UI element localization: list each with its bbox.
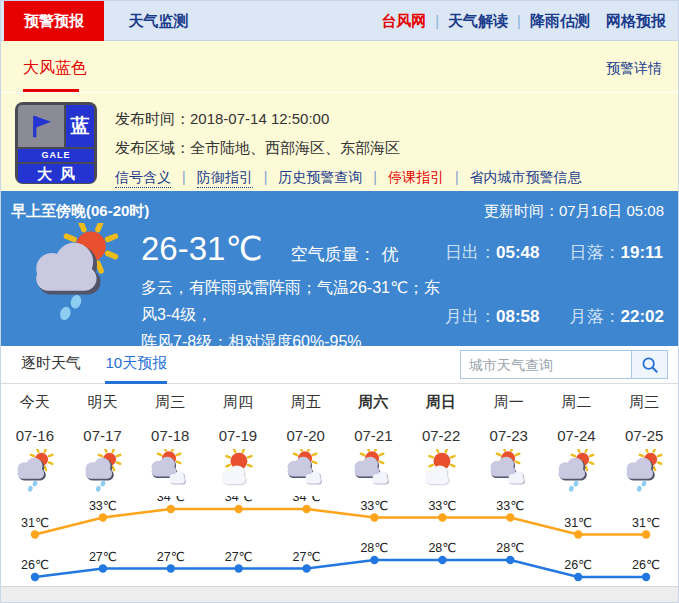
- search-button[interactable]: [632, 350, 668, 379]
- svg-text:28℃: 28℃: [360, 541, 388, 555]
- day-date[interactable]: 07-22: [407, 427, 475, 444]
- warning-tab-underline: [23, 89, 79, 92]
- tab-hourly-weather[interactable]: 逐时天气: [21, 346, 81, 384]
- day-name[interactable]: 周二: [543, 393, 611, 412]
- top-nav-links: 台风网|天气解读|降雨估测网格预报: [381, 1, 666, 41]
- day-name[interactable]: 周六: [340, 393, 408, 412]
- svg-text:28℃: 28℃: [428, 541, 456, 555]
- svg-text:34℃: 34℃: [157, 496, 185, 504]
- sun-moon-times: 日出：05:48日落：19:11月出：08:58月落：22:02: [445, 221, 664, 356]
- day-date[interactable]: 07-16: [1, 427, 69, 444]
- day-date[interactable]: 07-19: [204, 427, 272, 444]
- svg-text:31℃: 31℃: [632, 516, 660, 530]
- svg-text:27℃: 27℃: [293, 550, 321, 564]
- cloudy-icon: [340, 449, 408, 497]
- gale-warning-badge: 蓝 GALE 大风: [15, 102, 97, 184]
- day-date[interactable]: 07-25: [610, 427, 678, 444]
- temperature-range: 26-31℃: [141, 229, 262, 268]
- search-icon: [641, 356, 659, 374]
- day-date[interactable]: 07-18: [136, 427, 204, 444]
- sun-moon-item: 日出：05:48: [445, 241, 539, 291]
- day-name[interactable]: 周日: [407, 393, 475, 412]
- current-summary: 26-31℃ 空气质量：优 多云，有阵雨或雷阵雨；气温26-31℃；东风3-4级…: [141, 221, 445, 356]
- warning-body: 蓝 GALE 大风 发布时间：2018-07-14 12:50:00 发布区域：…: [1, 93, 678, 187]
- warning-link[interactable]: 信号含义: [115, 169, 171, 188]
- day-date[interactable]: 07-21: [340, 427, 408, 444]
- top-nav-link[interactable]: 台风网: [381, 12, 426, 29]
- svg-text:33℃: 33℃: [360, 499, 388, 513]
- badge-color-label: 蓝: [66, 105, 94, 147]
- city-search: [460, 350, 668, 379]
- gale-flag-icon: [18, 105, 64, 147]
- day-name[interactable]: 明天: [69, 393, 137, 412]
- publish-area-label: 发布区域：: [115, 139, 190, 156]
- cloudy-icon: [136, 449, 204, 497]
- day-name[interactable]: 周三: [136, 393, 204, 412]
- link-separator: |: [182, 169, 186, 185]
- link-separator: |: [264, 169, 268, 185]
- shower-icon: [69, 449, 137, 497]
- svg-text:28℃: 28℃: [496, 541, 524, 555]
- sun-moon-item: 日落：19:11: [570, 241, 664, 291]
- warning-tab-bar: 大风蓝色 预警详情: [1, 41, 678, 93]
- publish-time-value: 2018-07-14 12:50:00: [190, 110, 329, 127]
- tab-10day-forecast[interactable]: 10天预报: [105, 346, 167, 384]
- warning-link[interactable]: 停课指引: [388, 169, 444, 185]
- top-nav-link[interactable]: 天气解读: [448, 12, 508, 29]
- svg-text:26℃: 26℃: [632, 558, 660, 572]
- svg-text:34℃: 34℃: [225, 496, 253, 504]
- publish-area-row: 发布区域：全市陆地、西部海区、东部海区: [115, 133, 582, 162]
- svg-text:27℃: 27℃: [89, 550, 117, 564]
- svg-text:33℃: 33℃: [89, 499, 117, 513]
- top-nav-link[interactable]: 降雨估测: [530, 12, 590, 29]
- forecast-section: 逐时天气 10天预报 今天明天周三周四周五周六周日周一周二周三 07-1607-…: [1, 346, 678, 586]
- warning-type-tab[interactable]: 大风蓝色: [23, 58, 87, 79]
- warning-link[interactable]: 省内城市预警信息: [470, 169, 582, 185]
- day-date[interactable]: 07-17: [69, 427, 137, 444]
- update-time: 更新时间：07月16日 05:08: [484, 202, 664, 221]
- cloudy-icon: [272, 449, 340, 497]
- forecast-tab-bar: 逐时天气 10天预报: [1, 346, 678, 384]
- air-quality: 空气质量：优: [290, 243, 398, 266]
- publish-time-row: 发布时间：2018-07-14 12:50:00: [115, 104, 582, 133]
- forecast-icons-row: [1, 449, 678, 496]
- badge-gale-label: GALE: [18, 149, 94, 162]
- publish-area-value: 全市陆地、西部海区、东部海区: [190, 139, 400, 156]
- svg-text:26℃: 26℃: [21, 558, 49, 572]
- cloudy-icon: [475, 449, 543, 497]
- day-name[interactable]: 周三: [610, 393, 678, 412]
- day-date[interactable]: 07-24: [543, 427, 611, 444]
- link-separator: |: [373, 169, 377, 185]
- bottom-strip: [1, 586, 678, 603]
- mostly-sunny-icon: [407, 449, 475, 497]
- day-name[interactable]: 周五: [272, 393, 340, 412]
- svg-text:27℃: 27℃: [157, 550, 185, 564]
- nav-separator: |: [435, 12, 439, 29]
- temperature-chart: 31℃33℃34℃34℃34℃33℃33℃33℃31℃31℃26℃27℃27℃2…: [1, 496, 678, 586]
- day-date[interactable]: 07-20: [272, 427, 340, 444]
- day-name[interactable]: 周四: [204, 393, 272, 412]
- publish-time-label: 发布时间：: [115, 110, 190, 127]
- warning-link[interactable]: 历史预警查询: [278, 169, 362, 185]
- nav-separator: |: [517, 12, 521, 29]
- day-name[interactable]: 今天: [1, 393, 69, 412]
- day-name[interactable]: 周一: [475, 393, 543, 412]
- current-conditions-section: 早上至傍晚(06-20时) 更新时间：07月16日 05:08 26-31℃ 空…: [1, 191, 678, 346]
- warning-links: 信号含义|防御指引|历史预警查询|停课指引|省内城市预警信息: [115, 169, 582, 187]
- svg-text:33℃: 33℃: [428, 499, 456, 513]
- svg-text:31℃: 31℃: [21, 516, 49, 530]
- forecast-period-label: 早上至傍晚(06-20时): [11, 202, 149, 221]
- svg-text:34℃: 34℃: [293, 496, 321, 504]
- warning-link[interactable]: 防御指引: [197, 169, 253, 188]
- shower-icon: [543, 449, 611, 497]
- svg-text:31℃: 31℃: [564, 516, 592, 530]
- top-nav-link[interactable]: 网格预报: [606, 12, 666, 29]
- day-date[interactable]: 07-23: [475, 427, 543, 444]
- city-search-input[interactable]: [460, 350, 632, 379]
- tab-weather-monitor[interactable]: 天气监测: [108, 1, 208, 41]
- svg-text:27℃: 27℃: [225, 550, 253, 564]
- warning-detail-link[interactable]: 预警详情: [606, 60, 662, 78]
- tab-warning-forecast[interactable]: 预警预报: [4, 1, 104, 41]
- weather-description: 多云，有阵雨或雷阵雨；气温26-31℃；东风3-4级， 阵风7-8级；相对湿度6…: [141, 274, 445, 356]
- link-separator: |: [455, 169, 459, 185]
